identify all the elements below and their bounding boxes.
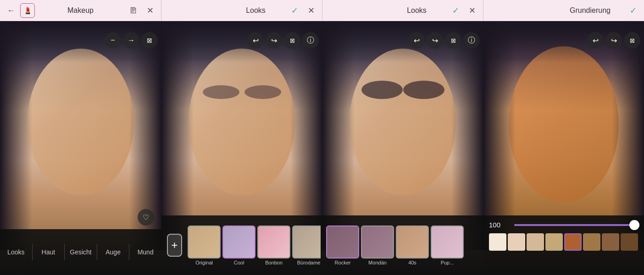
check-icon-2: ✓ [291,6,298,16]
panel3-crop-icon[interactable]: ⊠ [445,32,461,49]
panel3-undo-icon[interactable]: ↩ [408,32,425,49]
section4-title: Grundierung [556,6,624,15]
look-burodame[interactable]: Bürodame [292,226,321,265]
section3-close-button[interactable]: ✕ [465,3,479,18]
swatch-5[interactable] [564,233,582,251]
swatch-4[interactable] [545,233,563,251]
panel4-redo-icon[interactable]: ↪ [605,32,622,49]
foundation-swatches [489,233,638,251]
panel-2: ↩ ↪ ⊠ ⓘ + Original [161,21,322,275]
back-icon: ← [7,6,15,16]
panel2-redo-icon[interactable]: ↪ [266,32,282,49]
swatch-2[interactable] [508,233,525,251]
tab-gesicht[interactable]: Gesicht [65,244,97,260]
panel-4: ↩ ↪ ⊠ 100 [483,21,644,275]
makeup-icon: 💄 [24,7,32,14]
swatch-6[interactable] [583,233,600,251]
back-button[interactable]: ← [4,3,18,18]
look-original[interactable]: Original [188,226,221,265]
tab-haut[interactable]: Haut [33,244,65,260]
heart-icon: ♡ [143,213,149,222]
section3-check-button[interactable]: ✓ [448,3,463,18]
opacity-slider[interactable] [514,224,638,226]
check-icon-3: ✓ [452,6,459,16]
close-icon-3: ✕ [469,6,476,16]
panel2-crop-icon[interactable]: ⊠ [284,32,300,49]
tab-auge[interactable]: Auge [97,244,130,260]
look-cool[interactable]: Cool [222,226,255,265]
look-bonbon[interactable]: Bonbon [257,226,290,265]
close-icon-1: ✕ [147,6,154,16]
panel4-crop-icon[interactable]: ⊠ [624,32,640,49]
plus-icon: + [172,239,178,252]
section1-title: Makeup [37,6,124,15]
panel1-undo-icon[interactable]: − [105,32,121,49]
panel4-undo-icon[interactable]: ↩ [587,32,604,49]
swatch-3[interactable] [527,233,544,251]
section2-check-button[interactable]: ✓ [287,3,302,18]
section1-close-button[interactable]: ✕ [143,3,157,18]
panel2-undo-icon[interactable]: ↩ [247,32,264,49]
tab-looks[interactable]: Looks [0,244,33,260]
looks-scroll-2: Rocker Mondän 40s [324,224,466,267]
look-40s[interactable]: 40s [396,226,429,265]
section3-title: Looks [387,6,446,15]
section2-title: Looks [226,6,285,15]
heart-button[interactable]: ♡ [138,209,154,226]
panel-3: ↩ ↪ ⊠ ⓘ Rocker Mondän [322,21,483,275]
close-icon-2: ✕ [308,6,315,16]
panel2-info-icon[interactable]: ⓘ [302,32,319,49]
check-icon-4: ✓ [630,6,637,16]
add-look-button[interactable]: + [167,234,182,257]
looks-scroll: Original Cool Bonbon [186,224,321,267]
panel-1: − → ⊠ ♡ Looks Haut Gesicht Auge Mund [0,21,161,275]
panel1-crop-icon[interactable]: ⊠ [141,32,158,49]
slider-value: 100 [489,221,510,229]
look-mondan[interactable]: Mondän [361,226,394,265]
makeup-icon-button[interactable]: 💄 [20,3,35,18]
panel3-redo-icon[interactable]: ↪ [427,32,443,49]
section2-close-button[interactable]: ✕ [304,3,318,18]
swatch-7[interactable] [602,233,619,251]
tab-mund[interactable]: Mund [129,244,161,260]
save-icon: 🖹 [129,6,138,16]
swatch-8[interactable] [621,233,638,251]
swatch-1[interactable] [489,233,506,251]
look-rocker[interactable]: Rocker [326,226,359,265]
panel1-redo-icon[interactable]: → [123,32,139,49]
panel3-info-icon[interactable]: ⓘ [463,32,480,49]
look-pup[interactable]: Pup... [431,226,464,265]
save-button[interactable]: 🖹 [126,3,141,18]
section4-check-button[interactable]: ✓ [626,3,640,18]
